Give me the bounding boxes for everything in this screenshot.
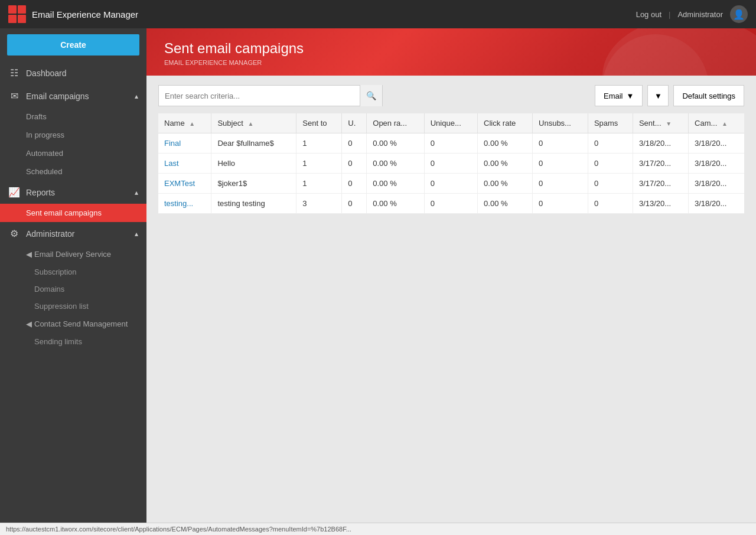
collapse-arrow-csm: ◀ <box>26 319 32 328</box>
cell-sent_to: 1 <box>296 174 342 194</box>
cell-open_rate: 0.00 % <box>367 133 424 154</box>
cell-unique: 0 <box>424 133 477 154</box>
search-button[interactable]: 🔍 <box>360 85 382 106</box>
col-sent[interactable]: Sent... ▼ <box>633 113 688 133</box>
sidebar-item-sending-limits[interactable]: Sending limits <box>0 333 146 350</box>
default-settings-button[interactable]: Default settings <box>673 85 744 106</box>
campaign-link[interactable]: Last <box>164 159 179 168</box>
sidebar-item-drafts[interactable]: Drafts <box>0 107 146 126</box>
sidebar-item-administrator-label: Administrator <box>26 229 129 239</box>
cell-u: 0 <box>342 174 367 194</box>
toolbar: 🔍 Email ▼ ▼ Default settings <box>158 85 744 106</box>
campaign-link[interactable]: EXMTest <box>164 179 195 188</box>
cell-click_rate: 0.00 % <box>478 194 533 214</box>
cell-name[interactable]: Final <box>158 133 211 154</box>
col-subject[interactable]: Subject ▲ <box>211 113 296 133</box>
cell-unique: 0 <box>424 174 477 194</box>
col-click-rate[interactable]: Click rate <box>478 113 533 133</box>
email-filter-label: Email <box>604 92 623 100</box>
admin-icon: ⚙ <box>8 228 20 239</box>
search-input[interactable] <box>159 88 360 104</box>
content-area: 🔍 Email ▼ ▼ Default settings Name ▲ <box>146 76 756 523</box>
cell-name[interactable]: testing... <box>158 194 211 214</box>
col-u[interactable]: U. <box>342 113 367 133</box>
app-grid-icon[interactable] <box>8 5 26 23</box>
cell-sent: 3/18/20... <box>633 133 688 154</box>
sidebar-item-email-delivery-service-parent[interactable]: ◀ Email Delivery Service <box>0 245 146 263</box>
reports-icon: 📈 <box>8 187 20 198</box>
col-unsubs[interactable]: Unsubs... <box>533 113 588 133</box>
logout-link[interactable]: Log out <box>636 10 662 19</box>
campaign-link[interactable]: testing... <box>164 199 193 208</box>
sidebar-item-dashboard[interactable]: ☷ Dashboard <box>0 61 146 84</box>
col-open-rate[interactable]: Open ra... <box>367 113 424 133</box>
cell-click_rate: 0.00 % <box>478 133 533 154</box>
campaigns-table: Name ▲ Subject ▲ Sent to U. Open ra... U… <box>158 113 744 214</box>
col-spams[interactable]: Spams <box>588 113 633 133</box>
status-url: https://auctestcm1.itworx.com/sitecore/c… <box>6 526 351 533</box>
cell-subject: Dear $fullname$ <box>211 133 296 154</box>
sidebar-item-reports[interactable]: 📈 Reports ▴ <box>0 181 146 204</box>
admin-label: Administrator <box>677 10 723 19</box>
sort-icon-subject: ▲ <box>247 120 253 127</box>
cell-unsubs: 0 <box>533 194 588 214</box>
sidebar-item-sent-email-campaigns[interactable]: Sent email campaigns <box>0 204 146 222</box>
email-filter-button[interactable]: Email ▼ <box>595 85 643 106</box>
table-row: EXMTest$joker1$100.00 %00.00 %003/17/20.… <box>158 174 744 194</box>
cell-click_rate: 0.00 % <box>478 154 533 174</box>
col-sent-to[interactable]: Sent to <box>296 113 342 133</box>
sort-icon-sent: ▼ <box>666 120 672 127</box>
cell-sent: 3/13/20... <box>633 194 688 214</box>
cell-subject: $joker1$ <box>211 174 296 194</box>
table-row: testing...testing testing300.00 %00.00 %… <box>158 194 744 214</box>
filter-dropdown-button[interactable]: ▼ <box>647 85 669 106</box>
chevron-up-icon-reports: ▴ <box>135 188 138 197</box>
cell-sent_to: 3 <box>296 194 342 214</box>
create-button[interactable]: Create <box>7 34 139 56</box>
cell-click_rate: 0.00 % <box>478 174 533 194</box>
cell-unique: 0 <box>424 154 477 174</box>
cell-open_rate: 0.00 % <box>367 174 424 194</box>
page-header: Sent email campaigns EMAIL EXPERIENCE MA… <box>146 28 756 76</box>
cell-u: 0 <box>342 154 367 174</box>
dashboard-icon: ☷ <box>8 67 20 79</box>
admin-subnav: ◀ Email Delivery Service Subscription Do… <box>0 245 146 350</box>
collapse-arrow-eds: ◀ <box>26 250 32 259</box>
campaign-link[interactable]: Final <box>164 139 181 148</box>
chevron-up-icon-admin: ▴ <box>135 230 138 238</box>
cell-spams: 0 <box>588 133 633 154</box>
sidebar-item-suppression-list[interactable]: Suppression list <box>0 298 146 315</box>
sort-icon-name: ▲ <box>189 120 195 127</box>
sidebar-item-subscription[interactable]: Subscription <box>0 263 146 280</box>
cell-name[interactable]: EXMTest <box>158 174 211 194</box>
col-name[interactable]: Name ▲ <box>158 113 211 133</box>
cell-unsubs: 0 <box>533 174 588 194</box>
sidebar-item-contact-send-management-parent[interactable]: ◀ Contact Send Management <box>0 315 146 333</box>
cell-cam: 3/18/20... <box>689 154 744 174</box>
sidebar-item-email-delivery-service-label: Email Delivery Service <box>34 250 111 259</box>
cell-subject: Hello <box>211 154 296 174</box>
col-unique[interactable]: Unique... <box>424 113 477 133</box>
sidebar: Create ☷ Dashboard ✉ Email campaigns ▴ D… <box>0 28 146 523</box>
cell-name[interactable]: Last <box>158 154 211 174</box>
sidebar-item-scheduled[interactable]: Scheduled <box>0 162 146 181</box>
topbar: Email Experience Manager Log out | Admin… <box>0 0 756 28</box>
cell-unique: 0 <box>424 194 477 214</box>
cell-cam: 3/18/20... <box>689 194 744 214</box>
table-body: FinalDear $fullname$100.00 %00.00 %003/1… <box>158 133 744 214</box>
sidebar-item-automated[interactable]: Automated <box>0 144 146 162</box>
sidebar-item-domains[interactable]: Domains <box>0 280 146 298</box>
sidebar-item-administrator[interactable]: ⚙ Administrator ▴ <box>0 222 146 245</box>
chevron-up-icon: ▴ <box>135 92 138 100</box>
main-area: Sent email campaigns EMAIL EXPERIENCE MA… <box>146 28 756 523</box>
separator: | <box>669 10 670 19</box>
email-campaigns-subnav: Drafts In progress Automated Scheduled <box>0 107 146 181</box>
sidebar-item-email-campaigns[interactable]: ✉ Email campaigns ▴ <box>0 84 146 107</box>
col-cam[interactable]: Cam... ▲ <box>689 113 744 133</box>
cell-spams: 0 <box>588 194 633 214</box>
sidebar-item-in-progress[interactable]: In progress <box>0 126 146 144</box>
topbar-right: Log out | Administrator 👤 <box>636 5 748 23</box>
campaigns-table-wrapper: Name ▲ Subject ▲ Sent to U. Open ra... U… <box>158 113 744 214</box>
breadcrumb: EMAIL EXPERIENCE MANAGER <box>164 59 738 66</box>
email-icon: ✉ <box>8 90 20 102</box>
